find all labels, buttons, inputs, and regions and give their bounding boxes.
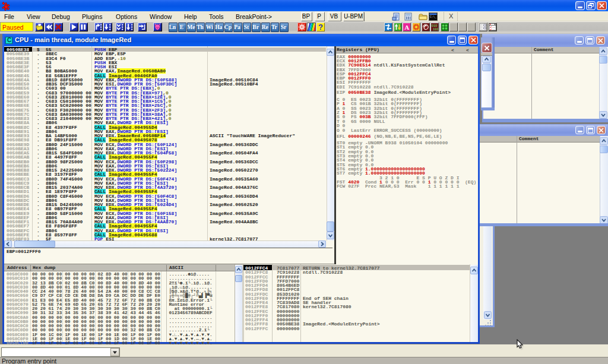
svg-text:C:\_: C:\_ (430, 15, 436, 18)
svg-text:101: 101 (433, 27, 438, 31)
svg-text:A: A (404, 24, 409, 31)
